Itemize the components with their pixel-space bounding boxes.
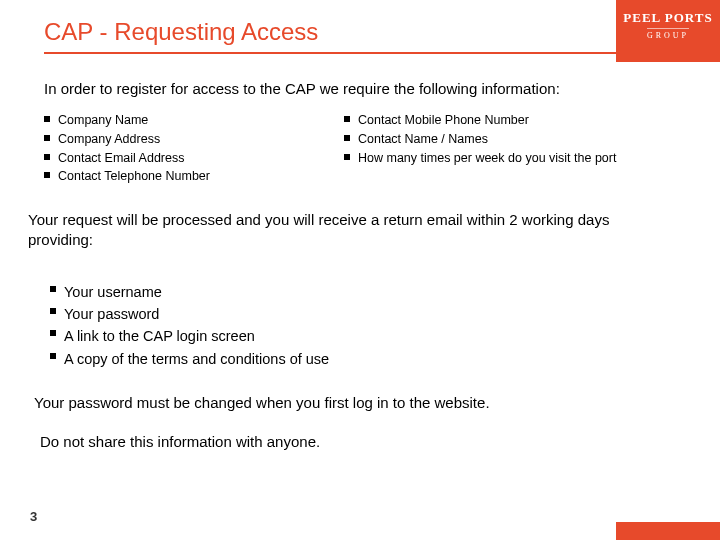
footer-accent-bar [616,522,720,540]
requirements-columns: Company Name Company Address Contact Ema… [0,97,720,186]
password-change-warning: Your password must be changed when you f… [0,370,720,411]
list-item: Company Address [44,130,344,149]
logo-line1: PEEL PORTS [616,10,720,26]
list-item: How many times per week do you visit the… [344,149,684,168]
page-number: 3 [30,509,37,524]
provides-list: Your username Your password A link to th… [50,281,720,371]
do-not-share-warning: Do not share this information with anyon… [0,411,720,450]
requirements-list-left: Company Name Company Address Contact Ema… [44,111,344,186]
list-item: Your username [50,281,720,303]
list-item: Your password [50,303,720,325]
intro-text: In order to register for access to the C… [0,54,720,97]
processed-text: Your request will be processed and you w… [0,186,720,251]
list-item: A link to the CAP login screen [50,325,720,347]
title-underline [44,52,672,54]
list-item: Contact Name / Names [344,130,684,149]
brand-logo: PEEL PORTS GROUP [616,0,720,62]
list-item: Company Name [44,111,344,130]
page-title: CAP - Requesting Access [0,18,672,46]
logo-line2: GROUP [647,28,689,40]
list-item: Contact Telephone Number [44,167,344,186]
requirements-list-right: Contact Mobile Phone Number Contact Name… [344,111,684,167]
list-item: Contact Mobile Phone Number [344,111,684,130]
list-item: A copy of the terms and conditions of us… [50,348,720,370]
list-item: Contact Email Address [44,149,344,168]
